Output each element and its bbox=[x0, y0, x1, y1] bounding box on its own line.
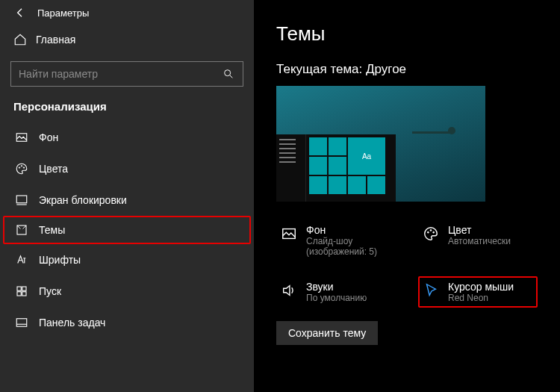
card-title: Звуки bbox=[306, 281, 367, 293]
fonts-icon bbox=[15, 253, 28, 267]
svg-rect-8 bbox=[22, 287, 26, 290]
nav-item-background[interactable]: Фон bbox=[0, 122, 254, 153]
card-cursor[interactable]: Курсор мыши Red Neon bbox=[418, 276, 538, 308]
current-theme-label: Текущая тема: Другое bbox=[276, 62, 538, 77]
picture-icon bbox=[281, 225, 297, 242]
page-title: Темы bbox=[276, 22, 538, 46]
speaker-icon bbox=[281, 282, 297, 299]
nav-item-label: Панель задач bbox=[39, 317, 105, 329]
section-title: Персонализация bbox=[0, 97, 254, 122]
lockscreen-icon bbox=[15, 193, 28, 207]
nav-item-colors[interactable]: Цвета bbox=[0, 153, 254, 184]
preview-tile-aa: Aa bbox=[348, 137, 385, 175]
taskbar-icon bbox=[15, 316, 28, 329]
card-title: Фон bbox=[306, 224, 391, 236]
themes-icon bbox=[15, 223, 28, 237]
cursor-icon bbox=[423, 282, 439, 299]
search-input[interactable] bbox=[19, 68, 222, 80]
svg-point-3 bbox=[21, 166, 22, 167]
nav-item-start[interactable]: Пуск bbox=[0, 276, 254, 307]
card-background[interactable]: Фон Слайд-шоу (изображений: 5) bbox=[276, 220, 396, 261]
home-label: Главная bbox=[36, 34, 75, 46]
window-title: Параметры bbox=[37, 7, 89, 19]
nav-item-label: Пуск bbox=[39, 285, 61, 297]
picture-icon bbox=[15, 131, 28, 144]
start-icon bbox=[15, 284, 28, 298]
palette-icon bbox=[423, 225, 439, 242]
card-color[interactable]: Цвет Автоматически bbox=[418, 220, 538, 261]
svg-point-13 bbox=[427, 231, 429, 233]
theme-preview: Aa bbox=[276, 86, 485, 202]
nav-item-label: Шрифты bbox=[39, 254, 81, 266]
nav-item-label: Фон bbox=[39, 131, 58, 143]
card-sub: Red Neon bbox=[448, 293, 514, 303]
svg-point-15 bbox=[433, 231, 435, 233]
svg-rect-10 bbox=[22, 292, 26, 296]
nav-item-lockscreen[interactable]: Экран блокировки bbox=[0, 184, 254, 216]
svg-rect-7 bbox=[17, 287, 21, 290]
svg-rect-11 bbox=[16, 319, 27, 327]
nav-item-label: Темы bbox=[39, 224, 65, 236]
card-title: Цвет bbox=[448, 224, 511, 236]
nav-item-label: Цвета bbox=[39, 163, 68, 175]
back-icon[interactable] bbox=[13, 6, 27, 19]
svg-point-0 bbox=[225, 70, 231, 76]
svg-point-2 bbox=[19, 167, 20, 169]
search-input-container[interactable] bbox=[10, 61, 243, 87]
svg-rect-9 bbox=[17, 292, 21, 296]
search-icon bbox=[222, 67, 235, 81]
nav-item-taskbar[interactable]: Панель задач bbox=[0, 307, 254, 338]
svg-rect-5 bbox=[16, 196, 27, 203]
svg-point-14 bbox=[430, 230, 432, 231]
palette-icon bbox=[15, 162, 28, 175]
card-sounds[interactable]: Звуки По умолчанию bbox=[276, 276, 396, 308]
card-sub: Автоматически bbox=[448, 236, 511, 246]
card-sub: По умолчанию bbox=[306, 293, 367, 303]
nav-item-fonts[interactable]: Шрифты bbox=[0, 244, 254, 276]
card-title: Курсор мыши bbox=[448, 281, 514, 293]
svg-point-4 bbox=[23, 167, 25, 169]
home-icon bbox=[13, 33, 27, 46]
save-theme-button[interactable]: Сохранить тему bbox=[276, 321, 378, 345]
card-sub: Слайд-шоу (изображений: 5) bbox=[306, 236, 391, 257]
nav-item-themes[interactable]: Темы bbox=[3, 216, 251, 244]
nav-item-label: Экран блокировки bbox=[39, 194, 127, 206]
home-nav[interactable]: Главная bbox=[0, 25, 254, 54]
